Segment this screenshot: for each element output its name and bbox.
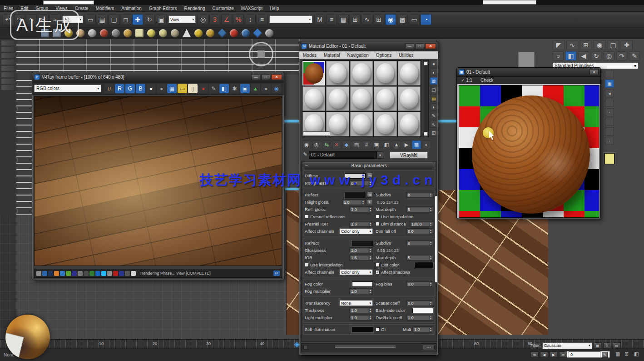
scene-panel-item[interactable] [1, 47, 15, 52]
me-menu-navigation[interactable]: Navigation [344, 53, 372, 58]
edit-named-selections-icon[interactable]: ≡ [257, 14, 268, 25]
sample-slot-1[interactable] [302, 61, 325, 85]
hilight-gloss-lock-button[interactable]: L [367, 199, 373, 205]
scene-panel-item[interactable] [1, 53, 15, 58]
scene-panel-item[interactable] [1, 66, 15, 71]
save-image-icon[interactable]: ▦ [167, 84, 177, 93]
taskbar-mini-icon[interactable] [42, 271, 47, 276]
scroll-handle[interactable] [424, 132, 428, 136]
motion-tab[interactable]: ◉ [594, 40, 605, 50]
menu-files[interactable]: Files [0, 6, 17, 11]
material-editor-titlebar[interactable]: M Material Editor - 01 - Default — □ ✕ [299, 41, 438, 51]
star-gold-icon[interactable] [194, 29, 203, 37]
refl-gloss-spinner[interactable]: 1.0▲▼ [349, 206, 373, 212]
set-key-button[interactable]: ✎ [602, 352, 608, 358]
preview-menu-1-1[interactable]: ✓ 1:1 [457, 78, 476, 83]
preview-window-titlebar[interactable]: ▣ 01 - Default ✕ [457, 68, 600, 77]
use-interpolation-checkbox[interactable] [376, 215, 380, 219]
note-pale-icon[interactable] [135, 29, 144, 37]
material-id-icon[interactable]: # [362, 140, 371, 149]
sample-slot-10[interactable] [398, 86, 421, 111]
viewport-gizmo[interactable] [249, 42, 273, 66]
material-editor-icon[interactable]: ◉ [385, 14, 396, 25]
spacewarps-icon[interactable]: ↷ [616, 51, 627, 60]
key-mode-button[interactable]: ▦ [594, 342, 602, 349]
timeline-frame-30[interactable]: 30 [206, 341, 211, 346]
taskbar-mini-icon[interactable] [60, 271, 65, 276]
max-depth-spinner[interactable]: 5▲▼ [406, 206, 433, 212]
spinner-arrows[interactable]: ▲▼ [368, 207, 372, 212]
align-icon[interactable]: ≡ [326, 14, 337, 25]
cameras-icon[interactable]: ↻ [591, 51, 602, 60]
swirl-blue-icon[interactable] [242, 29, 250, 37]
exit-color-swatch[interactable] [415, 262, 433, 268]
geometry-icon[interactable]: ○ [553, 51, 564, 60]
background-icon[interactable]: ▦ [430, 77, 437, 85]
coin-gold-icon[interactable] [124, 29, 132, 37]
taskbar-mini-icon[interactable] [101, 271, 106, 276]
select-by-name-icon[interactable]: ▤ [97, 14, 108, 25]
timeline-frame-80[interactable]: 80 [474, 341, 479, 346]
blue-channel-icon[interactable]: B [136, 84, 145, 93]
dim-fall-off-spinner[interactable]: 0.0▲▼ [406, 228, 433, 234]
material-editor-window[interactable]: M Material Editor - 01 - Default — □ ✕ M… [299, 41, 438, 356]
channel-dropdown[interactable]: RGB colors ▾ [34, 85, 101, 92]
strip-button-3[interactable]: ◂ [605, 89, 614, 97]
eyedropper-icon[interactable]: ✎ [302, 151, 309, 159]
max-depth-spinner[interactable]: 5▲▼ [406, 255, 433, 261]
render-production-icon[interactable]: ◔ [421, 14, 431, 25]
timeline-frame-20[interactable]: 20 [153, 341, 157, 346]
maximize-button[interactable]: □ [415, 43, 424, 49]
spinner-arrows[interactable]: ▲▼ [368, 256, 372, 260]
strip-button-6[interactable] [605, 118, 614, 126]
color-swatch-button[interactable] [604, 153, 615, 165]
taskbar-mini-icon[interactable] [36, 271, 41, 276]
sample-slot-9[interactable] [374, 86, 396, 111]
light-multiplier-spinner[interactable]: 1.0▲▼ [349, 315, 373, 321]
render-setup-icon[interactable]: ▩ [397, 14, 408, 25]
sample-slot-6[interactable] [302, 86, 325, 111]
hierarchy-tab[interactable]: ⊞ [580, 40, 592, 50]
put-to-library-icon[interactable]: ▤ [352, 140, 361, 149]
menu-help[interactable]: Help [266, 6, 283, 11]
rect-selection-icon[interactable]: ▢ [109, 14, 119, 25]
mirror-icon[interactable]: M [314, 14, 325, 25]
sample-slot-14[interactable] [374, 112, 396, 136]
slots-scrollbar[interactable] [423, 60, 429, 137]
green-channel-icon[interactable]: G [125, 84, 135, 93]
minimize-button[interactable]: — [251, 74, 260, 80]
rollout-scrollbar[interactable] [435, 196, 437, 282]
filter-dropdown[interactable]: Gaussian ▾ [542, 342, 592, 349]
systems-icon[interactable]: ✎ [629, 51, 640, 60]
refract-swatch[interactable] [352, 241, 373, 246]
schematic-view-icon[interactable]: ⊞ [373, 14, 384, 25]
chevron-blue-icon[interactable] [218, 28, 227, 37]
spinner-arrows[interactable]: ▲▼ [368, 248, 372, 253]
select-scale-icon[interactable]: ▣ [156, 14, 167, 25]
select-object-icon[interactable]: ▭ [85, 14, 96, 25]
ring-gold-icon[interactable] [206, 29, 214, 37]
select-by-material-icon[interactable]: ∿ [430, 120, 437, 128]
clear-image-icon[interactable]: ● [198, 84, 208, 93]
me-menu-material[interactable]: Material [320, 53, 344, 58]
utilities-tab[interactable]: ✚ [621, 40, 633, 50]
named-selection-dropdown[interactable]: ▾ [269, 15, 312, 23]
clipboard-icon[interactable]: ▭ [178, 84, 187, 93]
white-channel-icon[interactable]: ● [146, 84, 156, 93]
taskbar-mini-icon[interactable] [95, 271, 100, 276]
spinner-arrows[interactable]: ▲▼ [361, 200, 365, 205]
self-illumination-swatch[interactable] [352, 327, 373, 332]
me-menu-options[interactable]: Options [372, 53, 395, 58]
sample-uv-tiling-icon[interactable]: ▦ [412, 140, 421, 149]
menu-rendering[interactable]: Rendering [180, 6, 208, 11]
rollout-header[interactable]: − Basic parameters [303, 162, 435, 169]
blob-red-icon[interactable] [100, 29, 108, 37]
sample-type-icon[interactable]: ● [430, 60, 437, 67]
spinner-arrows[interactable]: ▲▼ [429, 301, 433, 306]
sample-slot-3[interactable] [350, 61, 373, 85]
titlebar-dropdown[interactable] [43, 0, 94, 5]
gi-checkbox[interactable] [376, 327, 380, 331]
material-preview-window[interactable]: ▣ 01 - Default ✕ ✓ 1:1Check [456, 67, 601, 219]
sphere-pale-icon[interactable] [159, 29, 167, 37]
sphere-lemon-icon[interactable] [147, 29, 155, 37]
